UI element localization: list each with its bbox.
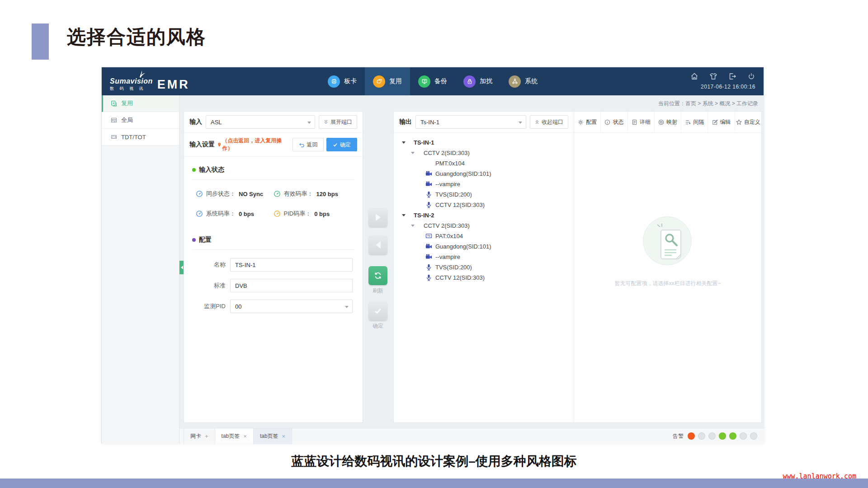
gauge-icon <box>274 190 281 197</box>
arrow-left-icon <box>376 241 381 249</box>
alarm-light[interactable] <box>750 432 757 440</box>
monitor-pid-select[interactable]: 00 <box>230 300 353 313</box>
standard-input[interactable] <box>230 279 353 292</box>
video-camera-icon <box>425 181 432 188</box>
tree-node-service[interactable]: CCTV 2(SID:303) <box>394 148 574 158</box>
back-button[interactable]: 返回 <box>292 138 323 151</box>
name-input[interactable] <box>230 258 353 272</box>
alarm-label: 告警 <box>673 432 684 440</box>
output-label: 输出 <box>399 118 412 126</box>
gauge-icon <box>196 210 203 217</box>
tree-node-ts[interactable]: TS-IN-1 <box>394 137 574 148</box>
status-grid: 同步状态：NO Sync 有效码率：120 bps 系统码率：0 bps <box>192 188 354 222</box>
config-section-title: 配置 <box>192 236 354 244</box>
alarm-light[interactable] <box>698 432 705 440</box>
alarm-light[interactable] <box>688 432 695 440</box>
caret-down-icon <box>345 306 349 308</box>
apply-button[interactable] <box>368 301 387 320</box>
sidebar-item-mux[interactable]: 复用 <box>102 95 179 112</box>
alarm-light[interactable] <box>719 432 726 440</box>
caret-down-icon[interactable] <box>402 141 406 144</box>
tree-node-pat[interactable]: TVPAT:0x104 <box>394 231 574 241</box>
apply-label: 确定 <box>368 322 387 330</box>
refresh-button[interactable] <box>368 266 387 285</box>
nav-item-backup[interactable]: 备份 <box>410 67 455 95</box>
expand-ports-button[interactable]: 展开端口 <box>319 115 357 129</box>
input-port-select[interactable]: ASL <box>206 115 315 129</box>
system-datetime: 2017-06-12 16:00:16 <box>701 84 755 90</box>
move-left-button[interactable] <box>368 235 387 254</box>
tree-node-video[interactable]: Guangdong(SID:101) <box>394 241 574 252</box>
video-camera-icon <box>425 243 432 250</box>
caret-down-icon[interactable] <box>402 214 406 216</box>
caret-down-icon[interactable] <box>411 225 415 227</box>
svg-text:TV: TV <box>427 235 430 237</box>
close-icon[interactable]: × <box>282 433 286 440</box>
emr-app-window: Sumavision 数 码 视 讯 EMR 板卡 复用 <box>101 67 764 443</box>
tree-node-audio[interactable]: TVS(SID:200) <box>394 189 574 200</box>
close-icon[interactable]: × <box>243 433 247 440</box>
tree-node-pmt[interactable]: PMT:0x104 <box>394 158 574 169</box>
microphone-icon <box>425 191 432 198</box>
app-logo: Sumavision 数 码 视 讯 EMR <box>110 72 190 92</box>
tab-page-1[interactable]: tab页签 × <box>215 428 254 444</box>
content-area: 当前位置：首页 > 系统 > 概况 > 工作记录 输入 ASL 展开端口 <box>179 95 764 444</box>
alarm-light[interactable] <box>729 432 736 440</box>
input-label: 输入 <box>189 118 202 126</box>
move-right-button[interactable] <box>368 208 387 227</box>
main-nav: 板卡 复用 备份 加扰 <box>320 67 546 95</box>
power-icon[interactable] <box>747 72 755 80</box>
backup-icon <box>418 75 430 88</box>
tree-node-ts[interactable]: TS-IN-2 <box>394 210 574 221</box>
input-panel: 输入 ASL 展开端口 输入设置 （点击返回，进入复用操作） <box>184 111 363 423</box>
tree-node-video[interactable]: Guangdong(SID:101) <box>394 169 574 179</box>
output-tree-panel: 输出 Ts-IN-1 收起端口 TS-IN-1 CCTV 2(SID:303) <box>394 112 574 422</box>
output-port-select[interactable]: Ts-IN-1 <box>415 115 526 129</box>
sidebar-item-tdt-tot[interactable]: TDT/TOT <box>102 129 179 145</box>
tab-network-card[interactable]: 网卡 + <box>184 428 215 444</box>
tree-node-video[interactable]: --vampire <box>394 252 574 262</box>
sidebar: 复用 全局 TDT/TOT <box>102 95 179 444</box>
logout-icon[interactable] <box>728 72 736 80</box>
card-icon <box>111 134 117 140</box>
undo-arrow-icon <box>299 142 305 148</box>
tree-node-audio[interactable]: CCTV 12(SID:303) <box>394 200 574 210</box>
tv-icon: TV <box>425 233 432 239</box>
add-icon[interactable]: + <box>205 433 208 440</box>
nav-item-scramble[interactable]: 加扰 <box>455 67 500 95</box>
video-camera-icon <box>425 170 432 177</box>
double-chevron-up-icon <box>535 120 539 124</box>
microphone-icon <box>425 264 432 271</box>
nav-item-mux[interactable]: 复用 <box>365 67 410 95</box>
system-bitrate: 系统码率：0 bps <box>196 210 274 218</box>
copy-icon <box>111 100 117 107</box>
output-config-panel: 配置 状态 详细 映射 <box>574 112 761 422</box>
caret-down-icon <box>519 122 522 124</box>
gauge-icon <box>196 190 203 197</box>
theme-shirt-icon[interactable] <box>709 72 717 80</box>
refresh-label: 刷新 <box>368 287 387 295</box>
tab-page-2[interactable]: tab页签 × <box>254 428 292 444</box>
home-icon[interactable] <box>690 72 698 80</box>
caret-down-icon[interactable] <box>411 152 415 154</box>
input-settings-label: 输入设置 <box>189 141 215 149</box>
tree-node-video[interactable]: --vampire <box>394 179 574 189</box>
bottom-tabs: 网卡 + tab页签 × tab页签 × <box>184 428 292 444</box>
nav-item-system[interactable]: 系统 <box>500 67 546 95</box>
output-panel: 输出 Ts-IN-1 收起端口 TS-IN-1 CCTV 2(SID:303) <box>393 111 762 423</box>
field-standard: 标准 <box>192 279 353 292</box>
collapse-ports-button[interactable]: 收起端口 <box>530 115 568 129</box>
check-icon <box>374 307 382 315</box>
sidebar-item-global[interactable]: 全局 <box>102 112 179 129</box>
alarm-light[interactable] <box>740 432 747 440</box>
tree-node-audio[interactable]: TVS(SID:200) <box>394 262 574 272</box>
tree-node-audio[interactable]: CCTV 12(SID:303) <box>394 272 574 283</box>
alarm-light[interactable] <box>708 432 716 440</box>
microphone-icon <box>425 202 432 208</box>
refresh-icon <box>373 271 382 280</box>
wrench-document-icon <box>655 224 690 261</box>
pin-icon <box>217 142 221 147</box>
confirm-button[interactable]: 确定 <box>326 138 357 151</box>
nav-item-boards[interactable]: 板卡 <box>320 67 365 95</box>
tree-node-service[interactable]: CCTV 2(SID:303) <box>394 221 574 231</box>
